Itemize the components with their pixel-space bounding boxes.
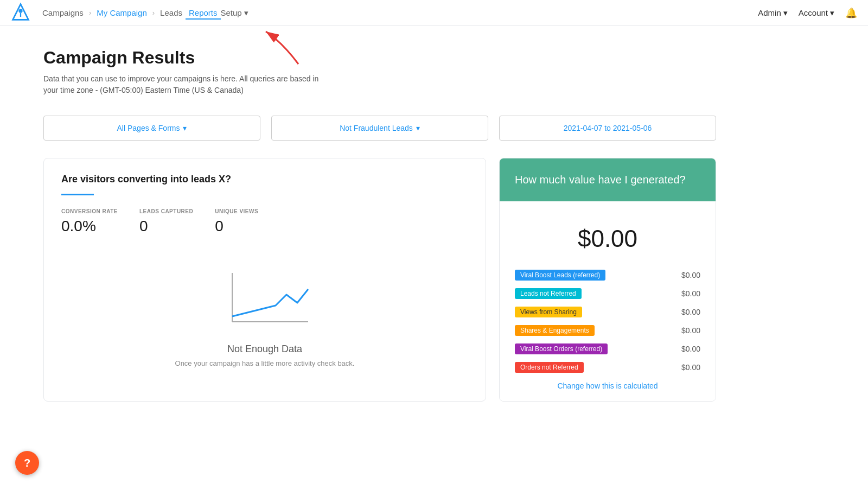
- no-data-subtitle: Once your campaign has a little more act…: [175, 359, 355, 367]
- account-chevron-icon: ▾: [830, 8, 834, 18]
- pages-forms-filter[interactable]: All Pages & Forms ▾: [43, 116, 260, 141]
- chart-icon: [210, 268, 319, 333]
- value-header-title: How much value have I generated?: [515, 174, 700, 186]
- nav-campaigns[interactable]: Campaigns: [39, 6, 87, 20]
- no-data-title: Not Enough Data: [227, 343, 302, 355]
- conversion-title: Are visitors converting into leads X?: [61, 174, 468, 185]
- filters-row: All Pages & Forms ▾ Not Fraudulent Leads…: [43, 116, 716, 141]
- amount-viral-boost-orders: $0.00: [681, 345, 700, 353]
- change-calculation-link[interactable]: Change how this is calculated: [515, 381, 700, 390]
- badge-viral-boost-leads: Viral Boost Leads (referred): [515, 270, 605, 281]
- app-logo[interactable]: [11, 2, 39, 24]
- account-menu[interactable]: Account ▾: [799, 8, 834, 18]
- nav-right: Admin ▾ Account ▾ 🔔: [758, 7, 857, 19]
- svg-point-1: [18, 9, 22, 12]
- value-row-5: Orders not Referred $0.00: [515, 362, 700, 373]
- metrics-row: CONVERSION RATE 0.0% LEADS CAPTURED 0 UN…: [61, 208, 468, 235]
- amount-views-from-sharing: $0.00: [681, 308, 700, 316]
- filter-dropdown-icon: ▾: [183, 124, 187, 132]
- value-row-2: Views from Sharing $0.00: [515, 307, 700, 317]
- amount-leads-not-referred: $0.00: [681, 289, 700, 298]
- value-row-0: Viral Boost Leads (referred) $0.00: [515, 270, 700, 281]
- badge-leads-not-referred: Leads not Referred: [515, 288, 582, 299]
- value-row-4: Viral Boost Orders (referred) $0.00: [515, 343, 700, 354]
- breadcrumb-chevron-1: ›: [89, 9, 91, 17]
- metric-leads-captured: LEADS CAPTURED 0: [139, 208, 193, 235]
- admin-chevron-icon: ▾: [783, 8, 788, 18]
- filter-dropdown-icon-2: ▾: [416, 124, 420, 132]
- breadcrumb-chevron-2: ›: [152, 9, 155, 17]
- breadcrumb: Campaigns › My Campaign › Leads Reports …: [39, 6, 758, 20]
- metric-unique-views: UNIQUE VIEWS 0: [215, 208, 258, 235]
- setup-chevron-icon: ▾: [244, 8, 248, 18]
- nav-setup[interactable]: Setup ▾: [221, 8, 248, 18]
- value-card-body: $0.00 Viral Boost Leads (referred) $0.00…: [500, 201, 716, 401]
- amount-orders-not-referred: $0.00: [681, 363, 700, 372]
- admin-menu[interactable]: Admin ▾: [758, 8, 788, 18]
- nav-leads[interactable]: Leads: [157, 6, 186, 20]
- value-total: $0.00: [515, 225, 700, 252]
- conversion-card: Are visitors converting into leads X? CO…: [43, 158, 486, 402]
- chart-area: Not Enough Data Once your campaign has a…: [61, 257, 468, 373]
- navigation: Campaigns › My Campaign › Leads Reports …: [0, 0, 868, 26]
- title-underline: [61, 194, 94, 195]
- value-row-3: Shares & Engagements $0.00: [515, 325, 700, 336]
- metric-conversion-rate: CONVERSION RATE 0.0%: [61, 208, 118, 235]
- badge-views-from-sharing: Views from Sharing: [515, 307, 582, 317]
- badge-orders-not-referred: Orders not Referred: [515, 362, 584, 373]
- value-row-1: Leads not Referred $0.00: [515, 288, 700, 299]
- amount-shares-engagements: $0.00: [681, 326, 700, 335]
- notification-bell-icon[interactable]: 🔔: [845, 7, 857, 19]
- leads-filter[interactable]: Not Fraudulent Leads ▾: [271, 116, 488, 141]
- page-subtitle: Data that you can use to improve your ca…: [43, 73, 326, 96]
- nav-my-campaign[interactable]: My Campaign: [93, 6, 150, 20]
- badge-viral-boost-orders: Viral Boost Orders (referred): [515, 343, 608, 354]
- date-range-filter[interactable]: 2021-04-07 to 2021-05-06: [499, 116, 716, 141]
- amount-viral-boost-leads: $0.00: [681, 271, 700, 279]
- nav-reports[interactable]: Reports: [186, 6, 221, 20]
- main-content: Campaign Results Data that you can use t…: [0, 26, 760, 423]
- page-title: Campaign Results: [43, 48, 716, 68]
- value-card-header: How much value have I generated?: [500, 158, 716, 201]
- content-grid: Are visitors converting into leads X? CO…: [43, 158, 716, 402]
- value-card: How much value have I generated? $0.00 V…: [499, 158, 716, 402]
- badge-shares-engagements: Shares & Engagements: [515, 325, 595, 336]
